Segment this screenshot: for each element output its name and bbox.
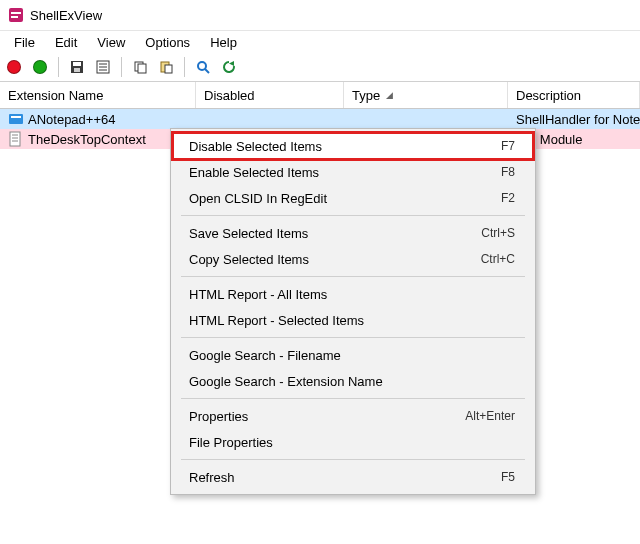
context-menu-label: HTML Report - All Items — [189, 287, 515, 302]
svg-line-15 — [205, 69, 209, 73]
context-menu-item[interactable]: RefreshF5 — [173, 464, 533, 490]
svg-point-14 — [198, 62, 206, 70]
context-menu-shortcut: F5 — [501, 470, 515, 484]
save-icon[interactable] — [67, 57, 87, 77]
context-menu-item[interactable]: File Properties — [173, 429, 533, 455]
dot-red-icon[interactable] — [4, 57, 24, 77]
context-menu-item[interactable]: Copy Selected ItemsCtrl+C — [173, 246, 533, 272]
refresh-icon[interactable] — [219, 57, 239, 77]
copy-icon[interactable] — [130, 57, 150, 77]
context-menu-shortcut: F2 — [501, 191, 515, 205]
sort-indicator-icon: ◢ — [386, 90, 393, 100]
context-menu-label: Google Search - Extension Name — [189, 374, 515, 389]
col-label: Type — [352, 88, 380, 103]
app-icon — [8, 7, 24, 23]
context-menu-label: Google Search - Filename — [189, 348, 515, 363]
context-menu-label: Disable Selected Items — [189, 139, 481, 154]
svg-rect-17 — [9, 114, 23, 124]
col-extension-name[interactable]: Extension Name — [0, 82, 196, 108]
svg-rect-1 — [11, 12, 21, 14]
svg-rect-4 — [73, 62, 81, 66]
title-bar: ShellExView — [0, 0, 640, 31]
context-menu-separator — [181, 276, 525, 277]
menu-options[interactable]: Options — [135, 33, 200, 52]
table-row[interactable]: ANotepad++64 ShellHandler for Notepa — [0, 109, 640, 129]
context-menu-item[interactable]: HTML Report - All Items — [173, 281, 533, 307]
context-menu-shortcut: Ctrl+S — [481, 226, 515, 240]
col-description[interactable]: Description — [508, 82, 640, 108]
menu-file[interactable]: File — [4, 33, 45, 52]
svg-rect-19 — [10, 132, 20, 146]
dot-green-icon[interactable] — [30, 57, 50, 77]
context-menu-item[interactable]: Save Selected ItemsCtrl+S — [173, 220, 533, 246]
context-menu-separator — [181, 398, 525, 399]
context-menu-label: Save Selected Items — [189, 226, 461, 241]
menu-help[interactable]: Help — [200, 33, 247, 52]
svg-marker-16 — [229, 61, 234, 66]
properties-icon[interactable] — [93, 57, 113, 77]
context-menu-item[interactable]: Google Search - Filename — [173, 342, 533, 368]
context-menu-item[interactable]: PropertiesAlt+Enter — [173, 403, 533, 429]
context-menu-separator — [181, 337, 525, 338]
menu-view[interactable]: View — [87, 33, 135, 52]
cell-name: ANotepad++64 — [28, 112, 115, 127]
list-header: Extension Name Disabled Type ◢ Descripti… — [0, 82, 640, 109]
ext-blue-icon — [8, 111, 24, 127]
context-menu-separator — [181, 215, 525, 216]
svg-rect-11 — [138, 64, 146, 73]
context-menu-shortcut: Ctrl+C — [481, 252, 515, 266]
context-menu-shortcut: Alt+Enter — [465, 409, 515, 423]
context-menu-label: Copy Selected Items — [189, 252, 461, 267]
cell-description: ShellHandler for Notepa — [516, 112, 640, 127]
paste-special-icon[interactable] — [156, 57, 176, 77]
context-menu-label: Enable Selected Items — [189, 165, 481, 180]
col-label: Extension Name — [8, 88, 103, 103]
col-label: Disabled — [204, 88, 255, 103]
col-type[interactable]: Type ◢ — [344, 82, 508, 108]
context-menu-item[interactable]: Google Search - Extension Name — [173, 368, 533, 394]
context-menu-label: File Properties — [189, 435, 515, 450]
svg-rect-0 — [9, 8, 23, 22]
ext-sheet-icon — [8, 131, 24, 147]
context-menu-label: HTML Report - Selected Items — [189, 313, 515, 328]
col-disabled[interactable]: Disabled — [196, 82, 344, 108]
context-menu-shortcut: F7 — [501, 139, 515, 153]
context-menu-separator — [181, 459, 525, 460]
context-menu-label: Refresh — [189, 470, 481, 485]
svg-rect-18 — [11, 116, 21, 118]
context-menu-item[interactable]: Enable Selected ItemsF8 — [173, 159, 533, 185]
menu-edit[interactable]: Edit — [45, 33, 87, 52]
window-title: ShellExView — [30, 8, 102, 23]
svg-rect-13 — [165, 65, 172, 73]
context-menu-item[interactable]: Disable Selected ItemsF7 — [173, 133, 533, 159]
context-menu: Disable Selected ItemsF7Enable Selected … — [170, 128, 536, 495]
context-menu-item[interactable]: Open CLSID In RegEditF2 — [173, 185, 533, 211]
col-label: Description — [516, 88, 581, 103]
find-icon[interactable] — [193, 57, 213, 77]
toolbar-separator — [121, 57, 122, 77]
menu-bar: File Edit View Options Help — [0, 31, 640, 53]
context-menu-label: Open CLSID In RegEdit — [189, 191, 481, 206]
svg-rect-5 — [74, 68, 80, 72]
toolbar-separator — [184, 57, 185, 77]
app-window: ShellExView File Edit View Options Help — [0, 0, 640, 544]
toolbar-separator — [58, 57, 59, 77]
context-menu-item[interactable]: HTML Report - Selected Items — [173, 307, 533, 333]
svg-rect-2 — [11, 16, 18, 18]
toolbar — [0, 53, 640, 82]
cell-name: TheDeskTopContext — [28, 132, 146, 147]
context-menu-shortcut: F8 — [501, 165, 515, 179]
context-menu-label: Properties — [189, 409, 445, 424]
